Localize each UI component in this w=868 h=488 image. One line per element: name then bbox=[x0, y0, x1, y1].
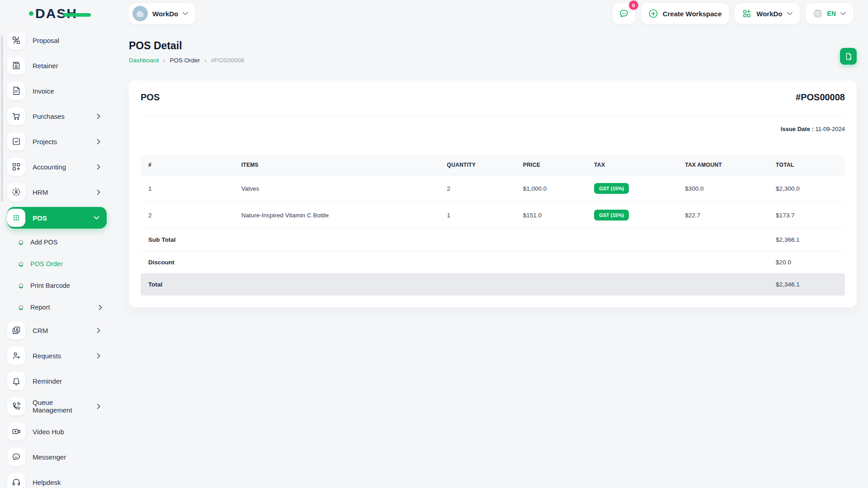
sidebar-item-invoice[interactable]: Invoice bbox=[7, 80, 107, 101]
cell-index: 2 bbox=[141, 202, 234, 229]
reminder-bell-icon bbox=[7, 372, 25, 390]
logo-bar-icon bbox=[63, 13, 91, 17]
sidebar-item-messenger[interactable]: Messenger bbox=[7, 446, 107, 467]
dash-logo[interactable]: DASH bbox=[29, 6, 77, 21]
sidebar-item-helpdesk[interactable]: Helpdesk bbox=[7, 472, 107, 488]
sidebar-item-requests[interactable]: Requests bbox=[7, 345, 107, 366]
bullet-icon bbox=[18, 239, 24, 245]
subtotal-value: $2,366.1 bbox=[768, 229, 845, 251]
sidebar-item-label: Invoice bbox=[33, 87, 107, 95]
cell-item: Nature-Inspired Vitamin C Bottle bbox=[234, 202, 439, 229]
sidebar-item-proposal[interactable]: Proposal bbox=[7, 30, 107, 51]
page-title: POS Detail bbox=[129, 40, 244, 52]
export-document-button[interactable] bbox=[840, 48, 857, 65]
breadcrumb-separator-icon: › bbox=[204, 57, 206, 64]
globe-icon bbox=[813, 9, 823, 19]
chevron-down-icon bbox=[787, 12, 793, 15]
pos-detail-card: POS #POS00008 Issue Date : 11-09-2024 # … bbox=[129, 80, 857, 307]
breadcrumb-pos-order[interactable]: POS Order bbox=[170, 57, 200, 64]
chevron-right-icon bbox=[97, 328, 100, 333]
topbar-actions: 0 Create Workspace WorkDo bbox=[613, 3, 853, 24]
tax-badge: GST (15%) bbox=[594, 183, 629, 194]
requests-icon bbox=[7, 347, 25, 365]
discount-row: Discount $20.0 bbox=[141, 251, 845, 274]
sidebar-item-reminder[interactable]: Reminder bbox=[7, 371, 107, 391]
chevron-down-icon bbox=[840, 12, 846, 15]
workspace-avatar bbox=[132, 6, 148, 21]
sidebar: Proposal Retainer Invoice Purchases Proj… bbox=[0, 26, 117, 488]
purchases-icon bbox=[7, 107, 25, 125]
col-price: PRICE bbox=[515, 155, 586, 175]
sidebar-item-label: Reminder bbox=[33, 377, 107, 385]
chevron-right-icon bbox=[99, 305, 102, 310]
cell-tax: GST (15%) bbox=[586, 175, 677, 202]
discount-label: Discount bbox=[141, 251, 768, 274]
card-title: POS bbox=[141, 92, 160, 103]
sidebar-item-label: HRM bbox=[33, 188, 90, 196]
account-menu[interactable]: WorkDo bbox=[735, 3, 799, 24]
sidebar-subitem-pos-order[interactable]: POS Order bbox=[18, 255, 117, 273]
sidebar-item-label: Proposal bbox=[33, 37, 107, 44]
workspace-selector[interactable]: WorkDo bbox=[129, 3, 195, 24]
sidebar-item-crm[interactable]: CRM bbox=[7, 320, 107, 341]
sidebar-subitem-add-pos[interactable]: Add POS bbox=[18, 233, 117, 251]
sidebar-item-label: POS bbox=[33, 214, 86, 222]
video-camera-icon bbox=[7, 422, 25, 441]
grid-plus-icon bbox=[742, 9, 752, 19]
pos-icon bbox=[7, 209, 25, 227]
cell-index: 1 bbox=[141, 175, 234, 202]
sidebar-item-projects[interactable]: Projects bbox=[7, 131, 107, 152]
sidebar-item-label: Helpdesk bbox=[33, 479, 107, 486]
sidebar-item-queue-management[interactable]: Queue Management bbox=[7, 396, 107, 417]
building-icon bbox=[136, 9, 145, 18]
sidebar-item-hrm[interactable]: HRM bbox=[7, 182, 107, 202]
sidebar-item-label: Retainer bbox=[33, 62, 107, 70]
sidebar-subitem-label: Report bbox=[30, 304, 92, 311]
sidebar-subitem-label: Print Barcode bbox=[30, 282, 117, 289]
bullet-icon bbox=[18, 283, 24, 289]
sidebar-item-label: Purchases bbox=[33, 113, 90, 120]
sidebar-item-accounting[interactable]: Accounting bbox=[7, 156, 107, 177]
table-header-row: # ITEMS QUANTITY PRICE TAX TAX AMOUNT TO… bbox=[141, 155, 845, 175]
language-selector[interactable]: EN bbox=[806, 3, 853, 24]
invoice-icon bbox=[7, 82, 25, 100]
subtotal-row: Sub Total $2,366.1 bbox=[141, 229, 845, 251]
messages-button[interactable]: 0 bbox=[613, 3, 635, 24]
sidebar-item-label: Accounting bbox=[33, 163, 90, 171]
card-header: POS #POS00008 bbox=[141, 80, 845, 116]
pos-number: #POS00008 bbox=[796, 92, 845, 103]
sidebar-item-video-hub[interactable]: Video Hub bbox=[7, 421, 107, 442]
bullet-icon bbox=[18, 261, 24, 267]
cell-total: $173.7 bbox=[768, 202, 845, 229]
total-row: Total $2,346.1 bbox=[141, 273, 845, 296]
projects-icon bbox=[7, 132, 25, 150]
chevron-down-icon bbox=[183, 12, 188, 15]
sidebar-subitem-print-barcode[interactable]: Print Barcode bbox=[18, 277, 117, 295]
proposal-icon bbox=[7, 31, 25, 49]
col-quantity: QUANTITY bbox=[439, 155, 515, 175]
sidebar-item-retainer[interactable]: Retainer bbox=[7, 55, 107, 76]
issue-date: Issue Date : 11-09-2024 bbox=[141, 126, 845, 132]
col-items: ITEMS bbox=[234, 155, 439, 175]
document-plus-icon bbox=[844, 52, 853, 61]
cell-tax-amount: $22.7 bbox=[677, 202, 768, 229]
table-row: 2 Nature-Inspired Vitamin C Bottle 1 $15… bbox=[141, 202, 845, 229]
tax-badge: GST (15%) bbox=[594, 210, 629, 221]
logo-dot-icon bbox=[29, 11, 33, 16]
breadcrumb-dashboard[interactable]: Dashboard bbox=[129, 57, 159, 64]
cell-item: Valves bbox=[234, 175, 439, 202]
issue-date-value: 11-09-2024 bbox=[815, 126, 845, 132]
sidebar-item-label: CRM bbox=[33, 327, 90, 334]
chevron-right-icon bbox=[97, 164, 100, 170]
sidebar-item-purchases[interactable]: Purchases bbox=[7, 106, 107, 127]
chevron-right-icon bbox=[97, 139, 100, 145]
breadcrumb-pos-number: #POS00008 bbox=[211, 57, 245, 64]
create-workspace-button[interactable]: Create Workspace bbox=[641, 3, 729, 24]
create-workspace-label: Create Workspace bbox=[663, 10, 722, 18]
discount-value: $20.0 bbox=[768, 251, 845, 274]
breadcrumb-separator-icon: › bbox=[163, 57, 165, 64]
sidebar-scrollbar[interactable] bbox=[1, 35, 3, 202]
sidebar-item-pos[interactable]: POS bbox=[7, 207, 107, 229]
hrm-icon bbox=[7, 183, 25, 201]
sidebar-subitem-report[interactable]: Report bbox=[18, 298, 117, 316]
